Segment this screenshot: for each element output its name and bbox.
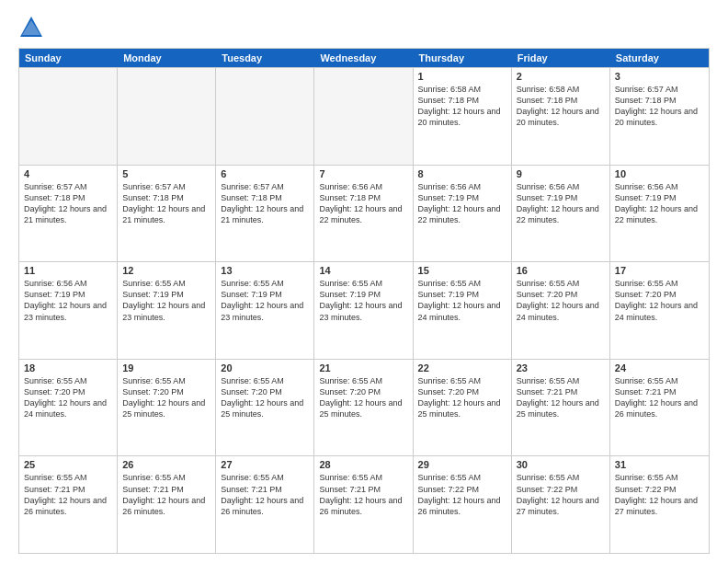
table-row: 23Sunrise: 6:55 AM Sunset: 7:21 PM Dayli… <box>512 360 610 456</box>
cell-info: Sunrise: 6:55 AM Sunset: 7:21 PM Dayligh… <box>517 375 605 420</box>
day-number: 11 <box>24 265 112 276</box>
table-row: 15Sunrise: 6:55 AM Sunset: 7:19 PM Dayli… <box>414 262 512 359</box>
header-day-tuesday: Tuesday <box>216 49 314 67</box>
page: SundayMondayTuesdayWednesdayThursdayFrid… <box>0 0 728 563</box>
day-number: 18 <box>24 362 112 373</box>
table-row <box>314 68 413 165</box>
cell-info: Sunrise: 6:57 AM Sunset: 7:18 PM Dayligh… <box>24 181 112 226</box>
table-row <box>118 68 216 165</box>
calendar-row-3: 11Sunrise: 6:56 AM Sunset: 7:19 PM Dayli… <box>19 261 709 359</box>
day-number: 15 <box>418 265 506 276</box>
cell-info: Sunrise: 6:55 AM Sunset: 7:22 PM Dayligh… <box>418 472 506 517</box>
calendar-row-1: 1Sunrise: 6:58 AM Sunset: 7:18 PM Daylig… <box>19 67 709 165</box>
table-row: 31Sunrise: 6:55 AM Sunset: 7:22 PM Dayli… <box>610 456 709 553</box>
day-number: 2 <box>517 71 605 82</box>
table-row: 11Sunrise: 6:56 AM Sunset: 7:19 PM Dayli… <box>19 262 118 359</box>
day-number: 10 <box>615 168 704 179</box>
day-number: 20 <box>221 362 309 373</box>
day-number: 28 <box>319 459 407 470</box>
table-row: 14Sunrise: 6:55 AM Sunset: 7:19 PM Dayli… <box>314 262 413 359</box>
day-number: 25 <box>24 459 112 470</box>
day-number: 5 <box>122 168 210 179</box>
table-row: 2Sunrise: 6:58 AM Sunset: 7:18 PM Daylig… <box>512 68 610 165</box>
calendar-row-2: 4Sunrise: 6:57 AM Sunset: 7:18 PM Daylig… <box>19 165 709 262</box>
day-number: 12 <box>122 265 210 276</box>
day-number: 7 <box>319 168 407 179</box>
day-number: 4 <box>24 168 112 179</box>
calendar-row-4: 18Sunrise: 6:55 AM Sunset: 7:20 PM Dayli… <box>19 359 709 456</box>
cell-info: Sunrise: 6:55 AM Sunset: 7:20 PM Dayligh… <box>122 375 210 420</box>
day-number: 14 <box>319 265 407 276</box>
calendar: SundayMondayTuesdayWednesdayThursdayFrid… <box>18 48 710 554</box>
day-number: 19 <box>122 362 210 373</box>
cell-info: Sunrise: 6:57 AM Sunset: 7:18 PM Dayligh… <box>221 181 309 226</box>
table-row: 25Sunrise: 6:55 AM Sunset: 7:21 PM Dayli… <box>19 456 118 553</box>
table-row <box>19 68 118 165</box>
table-row <box>216 68 314 165</box>
day-number: 13 <box>221 265 309 276</box>
table-row: 19Sunrise: 6:55 AM Sunset: 7:20 PM Dayli… <box>118 360 216 456</box>
table-row: 10Sunrise: 6:56 AM Sunset: 7:19 PM Dayli… <box>610 166 709 262</box>
cell-info: Sunrise: 6:56 AM Sunset: 7:19 PM Dayligh… <box>418 181 506 226</box>
day-number: 27 <box>221 459 309 470</box>
cell-info: Sunrise: 6:55 AM Sunset: 7:22 PM Dayligh… <box>517 472 605 517</box>
cell-info: Sunrise: 6:56 AM Sunset: 7:19 PM Dayligh… <box>615 181 704 226</box>
table-row: 9Sunrise: 6:56 AM Sunset: 7:19 PM Daylig… <box>512 166 610 262</box>
table-row: 27Sunrise: 6:55 AM Sunset: 7:21 PM Dayli… <box>216 456 314 553</box>
table-row: 7Sunrise: 6:56 AM Sunset: 7:18 PM Daylig… <box>314 166 413 262</box>
cell-info: Sunrise: 6:55 AM Sunset: 7:19 PM Dayligh… <box>122 278 210 323</box>
calendar-row-5: 25Sunrise: 6:55 AM Sunset: 7:21 PM Dayli… <box>19 455 709 553</box>
table-row: 18Sunrise: 6:55 AM Sunset: 7:20 PM Dayli… <box>19 360 118 456</box>
cell-info: Sunrise: 6:55 AM Sunset: 7:20 PM Dayligh… <box>615 278 704 323</box>
table-row: 29Sunrise: 6:55 AM Sunset: 7:22 PM Dayli… <box>414 456 512 553</box>
table-row: 5Sunrise: 6:57 AM Sunset: 7:18 PM Daylig… <box>118 166 216 262</box>
day-number: 21 <box>319 362 407 373</box>
cell-info: Sunrise: 6:55 AM Sunset: 7:20 PM Dayligh… <box>517 278 605 323</box>
table-row: 4Sunrise: 6:57 AM Sunset: 7:18 PM Daylig… <box>19 166 118 262</box>
cell-info: Sunrise: 6:57 AM Sunset: 7:18 PM Dayligh… <box>122 181 210 226</box>
calendar-body: 1Sunrise: 6:58 AM Sunset: 7:18 PM Daylig… <box>19 67 709 553</box>
table-row: 6Sunrise: 6:57 AM Sunset: 7:18 PM Daylig… <box>216 166 314 262</box>
header <box>18 15 710 40</box>
day-number: 29 <box>418 459 506 470</box>
table-row: 21Sunrise: 6:55 AM Sunset: 7:20 PM Dayli… <box>314 360 413 456</box>
table-row: 30Sunrise: 6:55 AM Sunset: 7:22 PM Dayli… <box>512 456 610 553</box>
table-row: 12Sunrise: 6:55 AM Sunset: 7:19 PM Dayli… <box>118 262 216 359</box>
cell-info: Sunrise: 6:55 AM Sunset: 7:19 PM Dayligh… <box>319 278 407 323</box>
day-number: 26 <box>122 459 210 470</box>
header-day-wednesday: Wednesday <box>314 49 413 67</box>
header-day-thursday: Thursday <box>414 49 512 67</box>
header-day-saturday: Saturday <box>610 49 709 67</box>
header-day-sunday: Sunday <box>19 49 118 67</box>
cell-info: Sunrise: 6:55 AM Sunset: 7:20 PM Dayligh… <box>319 375 407 420</box>
cell-info: Sunrise: 6:55 AM Sunset: 7:20 PM Dayligh… <box>418 375 506 420</box>
svg-marker-1 <box>22 20 40 35</box>
day-number: 9 <box>517 168 605 179</box>
cell-info: Sunrise: 6:55 AM Sunset: 7:21 PM Dayligh… <box>122 472 210 517</box>
header-day-friday: Friday <box>512 49 610 67</box>
cell-info: Sunrise: 6:56 AM Sunset: 7:18 PM Dayligh… <box>319 181 407 226</box>
cell-info: Sunrise: 6:55 AM Sunset: 7:19 PM Dayligh… <box>418 278 506 323</box>
day-number: 16 <box>517 265 605 276</box>
cell-info: Sunrise: 6:56 AM Sunset: 7:19 PM Dayligh… <box>24 278 112 323</box>
cell-info: Sunrise: 6:55 AM Sunset: 7:21 PM Dayligh… <box>221 472 309 517</box>
table-row: 1Sunrise: 6:58 AM Sunset: 7:18 PM Daylig… <box>414 68 512 165</box>
day-number: 8 <box>418 168 506 179</box>
day-number: 31 <box>615 459 704 470</box>
table-row: 20Sunrise: 6:55 AM Sunset: 7:20 PM Dayli… <box>216 360 314 456</box>
cell-info: Sunrise: 6:55 AM Sunset: 7:20 PM Dayligh… <box>24 375 112 420</box>
table-row: 16Sunrise: 6:55 AM Sunset: 7:20 PM Dayli… <box>512 262 610 359</box>
table-row: 8Sunrise: 6:56 AM Sunset: 7:19 PM Daylig… <box>414 166 512 262</box>
day-number: 17 <box>615 265 704 276</box>
table-row: 24Sunrise: 6:55 AM Sunset: 7:21 PM Dayli… <box>610 360 709 456</box>
cell-info: Sunrise: 6:55 AM Sunset: 7:20 PM Dayligh… <box>221 375 309 420</box>
cell-info: Sunrise: 6:58 AM Sunset: 7:18 PM Dayligh… <box>418 84 506 129</box>
table-row: 22Sunrise: 6:55 AM Sunset: 7:20 PM Dayli… <box>414 360 512 456</box>
cell-info: Sunrise: 6:55 AM Sunset: 7:21 PM Dayligh… <box>24 472 112 517</box>
cell-info: Sunrise: 6:55 AM Sunset: 7:19 PM Dayligh… <box>221 278 309 323</box>
table-row: 3Sunrise: 6:57 AM Sunset: 7:18 PM Daylig… <box>610 68 709 165</box>
day-number: 1 <box>418 71 506 82</box>
table-row: 26Sunrise: 6:55 AM Sunset: 7:21 PM Dayli… <box>118 456 216 553</box>
day-number: 23 <box>517 362 605 373</box>
table-row: 13Sunrise: 6:55 AM Sunset: 7:19 PM Dayli… <box>216 262 314 359</box>
